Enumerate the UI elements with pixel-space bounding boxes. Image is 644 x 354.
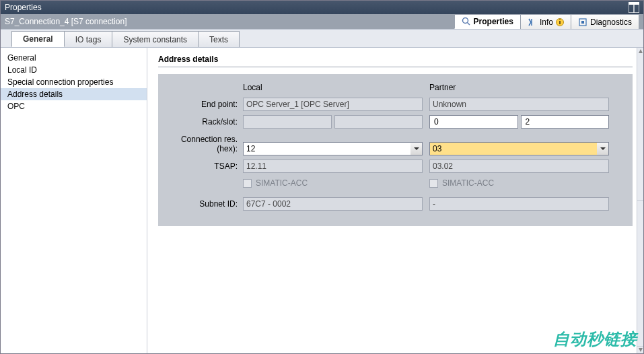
chevron-down-icon[interactable] [597, 142, 609, 155]
info-arrow-icon [528, 17, 537, 27]
tsap-local-field: 12.11 [243, 160, 423, 173]
tab-info[interactable]: Info i [520, 14, 571, 29]
titlebar-title: Properties [5, 3, 42, 12]
slot-local-field [334, 115, 423, 129]
tab-diagnostics-label: Diagnostics [590, 17, 632, 27]
right-gutter [637, 48, 643, 353]
tab-properties[interactable]: Properties [454, 14, 521, 29]
main-tabs: General IO tags System constants Texts [1, 29, 643, 48]
slot-partner-value[interactable] [524, 116, 606, 128]
svg-point-3 [462, 18, 468, 24]
sidebar-item-label: Local ID [7, 65, 37, 75]
field-value: OPC Server_1 [OPC Server] [246, 100, 349, 109]
address-details-form: Local Partner End point: OPC Server_1 [O… [158, 74, 633, 226]
label-endpoint: End point: [164, 100, 243, 109]
row-tsap: TSAP: 12.11 03.02 [164, 159, 622, 174]
sidebar-item-label: Special connection properties [7, 77, 113, 87]
section-divider [158, 67, 633, 67]
sidebar-item-special-connection[interactable]: Special connection properties [1, 76, 147, 88]
tab-diagnostics[interactable]: Diagnostics [571, 14, 639, 29]
properties-panel: Properties S7_Connection_4 [S7 connectio… [0, 0, 644, 354]
sidebar-item-local-id[interactable]: Local ID [1, 64, 147, 76]
label-subnet: Subnet ID: [164, 199, 243, 209]
tsap-partner-field: 03.02 [429, 160, 609, 173]
row-subnet: Subnet ID: 67C7 - 0002 - [164, 197, 622, 211]
maintab-texts[interactable]: Texts [198, 31, 240, 47]
content-area: Address details Local Partner End point:… [147, 48, 643, 353]
chevron-down-icon[interactable] [410, 142, 423, 155]
gutter-segment[interactable] [637, 201, 643, 347]
simatic-acc-local-check: SIMATIC-ACC [243, 178, 308, 188]
label-tsap: TSAP: [164, 162, 243, 171]
sidebar-item-address-details[interactable]: Address details [1, 88, 147, 100]
label-rackslot: Rack/slot: [164, 117, 243, 127]
col-header-local: Local [243, 83, 423, 94]
subnet-partner-field: - [429, 197, 609, 211]
field-value: 12.11 [246, 162, 266, 171]
field-value: - [433, 199, 435, 209]
maintab-texts-label: Texts [209, 35, 228, 44]
inspector-tabs: Properties Info i Diagnostics [455, 14, 639, 29]
maintab-io-tags[interactable]: IO tags [64, 31, 113, 47]
rack-local-field [243, 115, 332, 129]
svg-rect-7 [581, 21, 584, 24]
label-connres-line2: (hex): [164, 144, 243, 153]
endpoint-local-field: OPC Server_1 [OPC Server] [243, 98, 423, 111]
info-badge-icon: i [556, 18, 564, 26]
field-value: 03.02 [433, 162, 453, 171]
field-value: 12 [246, 144, 255, 153]
magnifier-icon [462, 17, 471, 26]
sidebar-item-label: Address details [7, 90, 63, 99]
maintab-general[interactable]: General [11, 31, 65, 47]
maintab-system-constants-label: System constants [123, 35, 187, 44]
titlebar: Properties [1, 1, 643, 14]
row-rackslot: Rack/slot: [164, 114, 622, 129]
connres-local-dropdown[interactable]: 12 [243, 142, 423, 155]
rack-partner-value[interactable] [433, 116, 515, 128]
section-title: Address details [147, 48, 643, 65]
subtitlebar: S7_Connection_4 [S7 connection] Properti… [1, 14, 643, 29]
gutter-triangle-up-icon[interactable] [637, 48, 643, 55]
sidebar-item-label: OPC [7, 102, 25, 111]
tab-info-label: Info [540, 17, 553, 27]
field-value: 67C7 - 0002 [246, 199, 291, 209]
watermark: 自动秒链接 [553, 328, 637, 350]
row-endpoint: End point: OPC Server_1 [OPC Server] Unk… [164, 97, 622, 112]
field-value: 03 [433, 144, 441, 153]
subnet-local-field: 67C7 - 0002 [243, 197, 423, 211]
gutter-triangle-down-icon[interactable] [637, 347, 643, 353]
slot-partner-input[interactable] [521, 115, 610, 129]
gutter-segment[interactable] [637, 55, 643, 201]
maintab-general-label: General [23, 34, 53, 44]
svg-rect-1 [629, 2, 639, 5]
label-connres-line1: Connection res. [164, 135, 243, 144]
maintab-system-constants[interactable]: System constants [112, 31, 199, 47]
panel-layout-icon[interactable] [629, 2, 639, 13]
maintab-io-tags-label: IO tags [75, 35, 102, 44]
checkbox-icon [243, 179, 252, 188]
watermark-text: 自动秒链接 [553, 330, 637, 348]
rack-partner-input[interactable] [429, 115, 518, 129]
simatic-acc-partner-check: SIMATIC-ACC [429, 178, 494, 188]
sidebar: General Local ID Special connection prop… [1, 48, 147, 353]
diagnostics-icon [578, 17, 587, 27]
checkbox-label: SIMATIC-ACC [442, 178, 494, 188]
connres-partner-dropdown[interactable]: 03 [429, 142, 609, 155]
workarea: General Local ID Special connection prop… [1, 48, 643, 353]
checkbox-icon [429, 179, 438, 188]
checkbox-label: SIMATIC-ACC [256, 178, 308, 188]
sidebar-item-label: General [7, 53, 36, 63]
sidebar-item-opc[interactable]: OPC [1, 100, 147, 112]
svg-line-4 [467, 23, 470, 26]
col-header-partner: Partner [429, 83, 609, 94]
sidebar-item-general[interactable]: General [1, 52, 147, 64]
endpoint-partner-field: Unknown [429, 98, 609, 111]
field-value: Unknown [433, 100, 466, 109]
tab-properties-label: Properties [474, 17, 513, 26]
